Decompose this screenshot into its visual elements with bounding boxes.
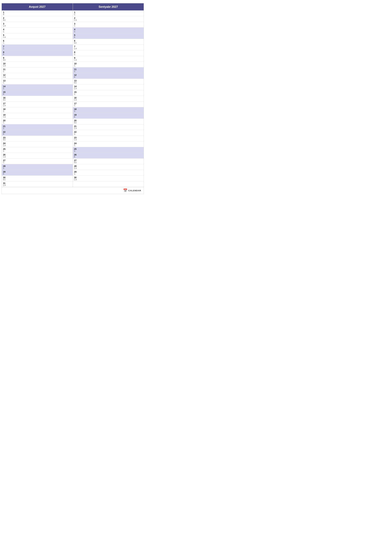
day-abbr: Ç.A [3,145,71,146]
day-number: 22 [74,131,143,133]
day-number: 12 [74,74,143,76]
day-abbr: Ç. [3,71,71,72]
day-number: 11 [3,68,71,71]
day-number: 19 [74,114,143,116]
day-number: 19 [3,114,71,116]
day-abbr: C.A [74,139,143,141]
day-row: 28Ş. [2,164,73,170]
day-row: 16C.A [73,96,144,102]
day-row: 25Ş. [73,147,144,153]
day-number: 18 [74,108,143,110]
day-number: 4 [74,28,143,31]
day-abbr: Ç. [74,14,143,15]
day-number: 25 [3,148,71,150]
day-row: 26C.A [2,153,73,159]
day-abbr: B. [3,14,71,15]
day-abbr: B.E [3,19,71,21]
day-number: 24 [3,142,71,145]
day-row: 30B.E [2,175,73,181]
day-number: 8 [74,51,143,53]
day-row: 13C. [2,79,73,85]
day-abbr: Ş. [74,150,143,152]
day-number: 4 [3,28,71,31]
day-row: 20B.E [73,119,144,124]
day-abbr: C. [3,42,71,44]
day-row: 13B.E [73,79,144,85]
day-abbr: Ş. [3,128,71,129]
day-number: 23 [74,136,143,139]
day-row: 8Ç. [73,50,144,56]
day-abbr: C. [3,82,71,84]
day-number: 25 [74,148,143,150]
month-header-1: Sentyabr 2027 [73,3,144,10]
day-row: 6B.E [73,39,144,45]
day-number: 31 [3,182,71,184]
day-abbr: C. [3,162,71,163]
day-number: 2 [74,17,143,19]
day-number: 1 [3,11,71,14]
day-abbr: B.E [74,82,143,84]
day-abbr: Ş. [74,31,143,32]
day-number: 12 [3,74,71,76]
day-abbr: Ç.A [74,167,143,169]
day-abbr: Ç.A [74,88,143,89]
day-row: 27C. [2,159,73,164]
day-row: 22B. [2,130,73,136]
day-abbr: Ş. [3,88,71,89]
day-abbr: B.E [74,162,143,163]
day-row: 10C. [73,62,144,67]
day-number: 16 [74,96,143,99]
day-row: 7Ç.A [73,45,144,50]
day-number: 1 [74,11,143,14]
day-row: 15Ç. [73,90,144,96]
day-abbr: Ş. [74,110,143,112]
day-row: 29Ç. [73,170,144,175]
day-number: 29 [3,171,71,173]
day-row: 2C.A [73,16,144,22]
days-container: 1B.2B.E3Ç.A4Ç.5C.A6C.7Ş.8B.9B.E10Ç.A11Ç.… [2,10,144,187]
day-number: 3 [3,22,71,25]
day-row: 5B. [73,33,144,39]
day-abbr: C.A [3,76,71,78]
day-row: 29B. [2,170,73,175]
day-number: 28 [3,165,71,167]
day-number: 16 [3,96,71,99]
day-row: 24Ç.A [2,141,73,147]
day-row: 17Ç.A [2,102,73,107]
month-col-1: 1Ç.2C.A3C.4Ş.5B.6B.E7Ç.A8Ç.9C.A10C.11Ş.1… [73,10,144,187]
day-number: 2 [3,17,71,19]
day-number: 29 [74,171,143,173]
day-number: 15 [3,91,71,93]
day-row: 22Ç. [73,130,144,136]
day-abbr: B. [74,156,143,158]
day-number: 9 [74,57,143,59]
day-row: 4Ş. [73,28,144,33]
day-row: 11Ç. [2,67,73,73]
day-abbr: C. [74,25,143,27]
day-abbr: C. [74,105,143,106]
footer-logo: 📅 CALENDAR [123,189,141,193]
calendar-container: Avqust 2027Sentyabr 2027 1B.2B.E3Ç.A4Ç.5… [2,3,144,194]
day-number: 20 [3,119,71,122]
day-row: 3C. [73,22,144,28]
day-row: 19B. [73,113,144,119]
day-number: 27 [3,159,71,162]
day-row: 14Ş. [2,85,73,90]
day-abbr: Ç.A [3,65,71,67]
day-number: 18 [3,108,71,110]
day-abbr: Ç.A [74,128,143,129]
day-row: 6C. [2,39,73,45]
day-abbr: B.E [74,122,143,124]
day-number: 20 [74,119,143,122]
day-abbr: Ç. [74,133,143,135]
day-row: 5C.A [2,33,73,39]
day-abbr: Ç. [3,150,71,152]
day-row: 26B. [73,153,144,159]
day-number: 30 [3,176,71,179]
day-abbr: B. [3,133,71,135]
day-number: 26 [3,153,71,156]
day-row [73,181,144,187]
day-row: 24C. [73,141,144,147]
day-row: 12B. [73,73,144,79]
day-abbr: B. [74,37,143,38]
